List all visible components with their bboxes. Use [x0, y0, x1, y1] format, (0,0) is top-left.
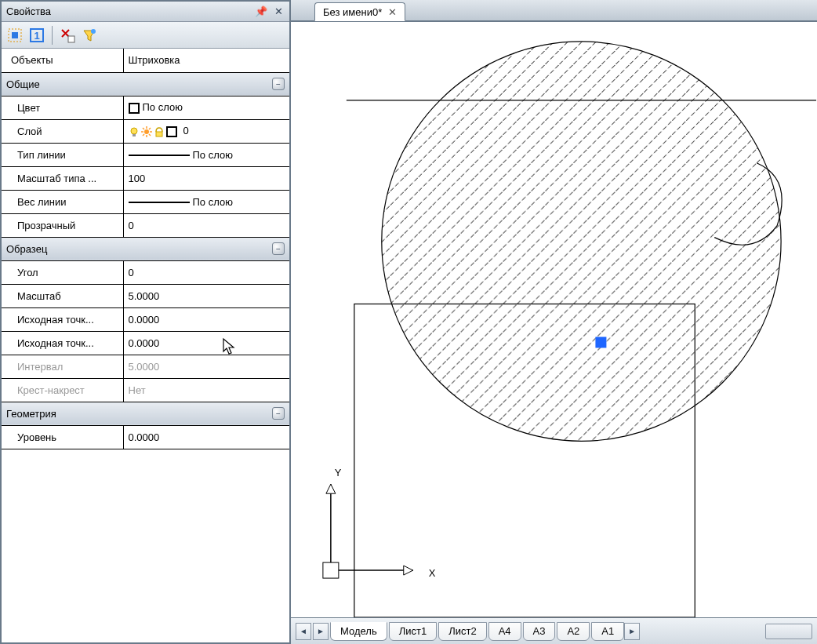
properties-panel: Свойства 📌 ✕ 1 Объекты Штриховка Общие− …: [0, 0, 291, 644]
sheet-tab-model[interactable]: Модель: [330, 622, 387, 641]
selection-grip[interactable]: [595, 337, 606, 347]
sheet-tab[interactable]: Лист2: [438, 622, 486, 641]
sheet-tab-bar: ◄ ► Модель Лист1 Лист2 A4 A3 A2 A1 ►: [291, 617, 817, 644]
row-lineweight[interactable]: Вес линии По слою: [2, 190, 289, 213]
properties-table: Объекты Штриховка Общие− Цвет По слою Сл…: [2, 49, 289, 449]
document-tab[interactable]: Без имени0* ✕: [314, 2, 405, 21]
row-double: Крест-накрест Нет: [2, 378, 289, 402]
svg-rect-1: [12, 32, 18, 38]
close-icon[interactable]: ✕: [272, 5, 285, 18]
sheet-tab[interactable]: A3: [523, 622, 556, 641]
collapse-icon[interactable]: −: [272, 242, 285, 255]
group-common[interactable]: Общие−: [2, 72, 289, 96]
svg-rect-4: [68, 36, 74, 42]
svg-line-13: [143, 128, 144, 129]
line-sample: [129, 155, 190, 156]
row-origin-y[interactable]: Исходная точк... 0.0000: [2, 331, 289, 355]
drawing-area: Без имени0* ✕: [291, 0, 817, 644]
group-geometry[interactable]: Геометрия−: [2, 402, 289, 425]
ucs-icon: [323, 484, 413, 578]
sheet-tab[interactable]: Лист1: [389, 622, 437, 641]
horizontal-scrollbar[interactable]: [765, 624, 812, 639]
pin-icon[interactable]: 📌: [255, 5, 267, 18]
object-type-row[interactable]: Объекты Штриховка: [2, 49, 289, 72]
row-transparent[interactable]: Прозрачный 0: [2, 213, 289, 237]
svg-line-16: [143, 134, 144, 136]
tab-close-icon[interactable]: ✕: [388, 6, 397, 18]
axis-y-label: Y: [335, 467, 342, 478]
sheet-tab[interactable]: A4: [488, 622, 521, 641]
row-ltscale[interactable]: Масштаб типа ... 100: [2, 166, 289, 190]
canvas[interactable]: X Y: [291, 22, 817, 617]
svg-rect-7: [133, 134, 136, 136]
row-linetype[interactable]: Тип линии По слою: [2, 143, 289, 166]
lightbulb-icon: [129, 126, 140, 137]
svg-rect-19: [292, 22, 816, 617]
row-scale[interactable]: Масштаб 5.0000: [2, 284, 289, 307]
color-swatch: [129, 103, 140, 114]
document-tab-label: Без имени0*: [323, 6, 382, 18]
row-spacing: Интервал 5.0000: [2, 355, 289, 378]
row-level[interactable]: Уровень 0.0000: [2, 425, 289, 449]
collapse-icon[interactable]: −: [272, 78, 285, 90]
group-pattern[interactable]: Образец−: [2, 237, 289, 260]
svg-point-6: [131, 128, 137, 134]
quick-select-icon[interactable]: [59, 27, 76, 44]
panel-titlebar: Свойства 📌 ✕: [2, 2, 289, 22]
separator: [52, 26, 53, 45]
svg-point-8: [144, 129, 149, 134]
layer-color-swatch: [166, 126, 177, 137]
drawing-svg: X Y: [291, 22, 817, 617]
panel-toolbar: 1: [2, 22, 289, 49]
svg-text:1: 1: [34, 30, 39, 42]
document-tab-bar: Без имени0* ✕: [291, 0, 817, 22]
collapse-icon[interactable]: −: [272, 407, 285, 420]
row-color[interactable]: Цвет По слою: [2, 96, 289, 119]
svg-rect-22: [323, 562, 339, 578]
panel-title: Свойства: [6, 5, 250, 17]
svg-line-15: [149, 128, 151, 129]
quick-select-one-icon[interactable]: 1: [28, 27, 45, 44]
row-origin-x[interactable]: Исходная точк... 0.0000: [2, 307, 289, 331]
sheet-tab[interactable]: A2: [557, 622, 590, 641]
toggle-pim-icon[interactable]: [6, 27, 24, 44]
axis-x-label: X: [429, 567, 436, 579]
sun-icon: [141, 126, 152, 137]
row-angle[interactable]: Угол 0: [2, 260, 289, 284]
sheet-scroll-right[interactable]: ►: [313, 623, 329, 640]
sheet-scroll-more[interactable]: ►: [624, 623, 640, 640]
sheet-tab[interactable]: A1: [591, 622, 624, 641]
row-layer[interactable]: Слой 0: [2, 119, 289, 143]
object-label: Объекты: [2, 49, 123, 72]
layer-icons: [129, 126, 180, 137]
svg-line-14: [149, 134, 151, 136]
object-value[interactable]: Штриховка: [123, 49, 289, 72]
lock-icon: [154, 126, 165, 137]
line-sample: [129, 202, 190, 203]
sheet-scroll-left[interactable]: ◄: [296, 623, 311, 640]
svg-rect-17: [156, 132, 162, 136]
svg-point-5: [91, 29, 96, 34]
filter-icon[interactable]: [81, 27, 98, 44]
